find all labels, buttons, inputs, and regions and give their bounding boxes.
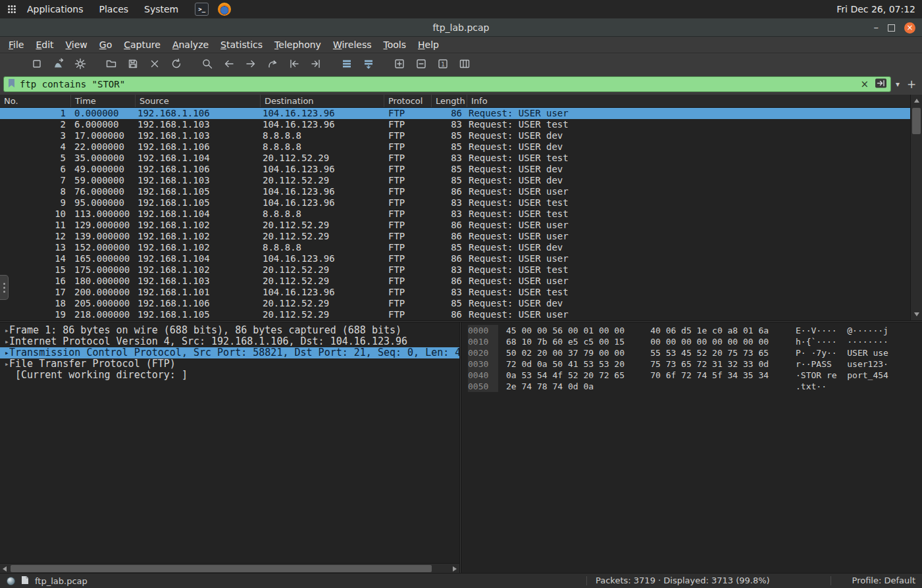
packet-row[interactable]: 11 129.000000 192.168.1.102 20.112.52.29… bbox=[0, 220, 910, 231]
zoom-in-button[interactable] bbox=[388, 55, 410, 72]
resize-columns-button[interactable] bbox=[453, 55, 475, 72]
expander-arrow-icon[interactable]: ▸ bbox=[0, 325, 9, 336]
packet-row[interactable]: 15 175.000000 192.168.1.102 20.112.52.29… bbox=[0, 264, 910, 276]
detail-row[interactable]: ▸ Frame 1: 86 bytes on wire (688 bits), … bbox=[0, 325, 459, 336]
system-menu[interactable]: System bbox=[138, 0, 184, 18]
expert-info-icon[interactable] bbox=[7, 577, 15, 585]
packet-row[interactable]: 8 76.000000 192.168.1.105 104.16.123.96 … bbox=[0, 186, 910, 197]
menu-statistics[interactable]: Statistics bbox=[215, 37, 269, 53]
expander-arrow-icon[interactable]: ▸ bbox=[0, 347, 9, 358]
applications-menu[interactable]: Applications bbox=[21, 0, 90, 18]
minimize-button[interactable]: – bbox=[874, 18, 879, 37]
go-back-button[interactable] bbox=[218, 55, 240, 72]
menu-analyze[interactable]: Analyze bbox=[166, 37, 215, 53]
maximize-button[interactable] bbox=[888, 24, 895, 32]
left-edge-handle[interactable] bbox=[0, 275, 9, 300]
menu-wireless[interactable]: Wireless bbox=[327, 37, 378, 53]
packet-row[interactable]: 1 0.000000 192.168.1.106 104.16.123.96 F… bbox=[0, 108, 910, 119]
packet-row[interactable]: 19 218.000000 192.168.1.105 20.112.52.29… bbox=[0, 309, 910, 320]
hex-row[interactable]: 0030 72 0d 0a 50 41 53 53 20 75 73 65 72… bbox=[461, 358, 922, 370]
packet-row[interactable]: 17 200.000000 192.168.1.101 104.16.123.9… bbox=[0, 287, 910, 298]
display-filter-input[interactable]: ftp contains "STOR" × bbox=[3, 76, 891, 92]
expander-arrow-icon[interactable]: ▸ bbox=[0, 358, 9, 370]
places-menu[interactable]: Places bbox=[93, 0, 135, 18]
status-profile[interactable]: Profile: Default bbox=[852, 574, 915, 588]
capture-start-button[interactable] bbox=[4, 55, 26, 72]
menu-capture[interactable]: Capture bbox=[118, 37, 166, 53]
packet-row[interactable]: 3 17.000000 192.168.1.103 8.8.8.8 FTP 85… bbox=[0, 130, 910, 141]
column-header-source[interactable]: Source bbox=[136, 95, 261, 107]
filter-add-button[interactable]: + bbox=[904, 78, 919, 91]
capture-stop-button[interactable] bbox=[26, 55, 47, 72]
close-button[interactable]: × bbox=[904, 22, 915, 34]
menu-telephony[interactable]: Telephony bbox=[269, 37, 327, 53]
packet-row[interactable]: 12 139.000000 192.168.1.102 20.112.52.29… bbox=[0, 231, 910, 242]
menu-file[interactable]: File bbox=[3, 37, 30, 53]
detail-row[interactable]: ▸ File Transfer Protocol (FTP) bbox=[0, 358, 459, 370]
scrollbar-thumb[interactable] bbox=[11, 565, 432, 572]
save-file-button[interactable] bbox=[122, 55, 143, 72]
menu-view[interactable]: View bbox=[60, 37, 93, 53]
filter-clear-icon[interactable]: × bbox=[858, 78, 871, 90]
hex-row[interactable]: 0000 45 00 00 56 00 01 00 00 40 06 d5 1e… bbox=[461, 325, 922, 336]
scroll-right-arrow[interactable] bbox=[450, 564, 459, 574]
go-forward-button[interactable] bbox=[240, 55, 261, 72]
menu-go[interactable]: Go bbox=[93, 37, 118, 53]
reload-button[interactable] bbox=[165, 55, 187, 72]
packet-row[interactable]: 16 180.000000 192.168.1.103 20.112.52.29… bbox=[0, 276, 910, 287]
packet-row[interactable]: 5 35.000000 192.168.1.104 20.112.52.29 F… bbox=[0, 153, 910, 164]
menu-help[interactable]: Help bbox=[412, 37, 445, 53]
packet-row[interactable]: 7 59.000000 192.168.1.103 20.112.52.29 F… bbox=[0, 175, 910, 186]
column-header-no[interactable]: No. bbox=[0, 95, 71, 107]
detail-row[interactable]: ▸ Transmission Control Protocol, Src Por… bbox=[0, 347, 459, 358]
packet-row[interactable]: 6 49.000000 192.168.1.106 104.16.123.96 … bbox=[0, 164, 910, 175]
expander-arrow-icon[interactable] bbox=[0, 370, 9, 381]
packet-row[interactable]: 10 113.000000 192.168.1.104 8.8.8.8 FTP … bbox=[0, 208, 910, 220]
auto-scroll-button[interactable] bbox=[357, 55, 379, 72]
packet-row[interactable]: 2 6.000000 192.168.1.103 104.16.123.96 F… bbox=[0, 119, 910, 130]
clock[interactable]: Fri Dec 26, 07:12 bbox=[836, 4, 915, 14]
applications-grid-icon[interactable] bbox=[7, 4, 17, 14]
column-header-protocol[interactable]: Protocol bbox=[384, 95, 432, 107]
scroll-down-arrow[interactable] bbox=[911, 310, 922, 319]
scroll-left-arrow[interactable] bbox=[0, 564, 9, 574]
detail-row[interactable]: ▸ Internet Protocol Version 4, Src: 192.… bbox=[0, 336, 459, 347]
packet-row[interactable]: 9 95.000000 192.168.1.105 104.16.123.96 … bbox=[0, 197, 910, 208]
column-header-time[interactable]: Time bbox=[71, 95, 136, 107]
column-header-destination[interactable]: Destination bbox=[261, 95, 384, 107]
open-file-button[interactable] bbox=[100, 55, 122, 72]
scroll-up-arrow[interactable] bbox=[911, 96, 922, 105]
go-first-button[interactable] bbox=[283, 55, 305, 72]
packet-row[interactable]: 18 205.000000 192.168.1.106 20.112.52.29… bbox=[0, 298, 910, 309]
hex-row[interactable]: 0050 2e 74 78 74 0d 0a .txt·· bbox=[461, 381, 922, 392]
packet-row[interactable]: 4 22.000000 192.168.1.106 8.8.8.8 FTP 85… bbox=[0, 141, 910, 153]
packet-row[interactable]: 14 165.000000 192.168.1.104 104.16.123.9… bbox=[0, 253, 910, 264]
scrollbar-thumb[interactable] bbox=[912, 108, 921, 134]
menu-edit[interactable]: Edit bbox=[30, 37, 59, 53]
terminal-launcher-icon[interactable]: >_ bbox=[195, 3, 209, 16]
firefox-launcher-icon[interactable] bbox=[218, 3, 231, 16]
expander-arrow-icon[interactable]: ▸ bbox=[0, 336, 9, 347]
capture-options-button[interactable] bbox=[69, 55, 91, 72]
filter-dropdown-button[interactable]: ▾ bbox=[891, 80, 904, 89]
zoom-out-button[interactable] bbox=[410, 55, 432, 72]
column-header-info[interactable]: Info bbox=[467, 95, 910, 107]
hex-row[interactable]: 0010 68 10 7b 60 e5 c5 00 15 00 00 00 00… bbox=[461, 336, 922, 347]
zoom-original-button[interactable]: 1 bbox=[432, 55, 453, 72]
capture-restart-button[interactable] bbox=[47, 55, 69, 72]
capture-file-icon[interactable] bbox=[21, 576, 29, 587]
find-packet-button[interactable] bbox=[196, 55, 218, 72]
packet-row[interactable]: 13 152.000000 192.168.1.102 8.8.8.8 FTP … bbox=[0, 242, 910, 253]
colorize-packets-button[interactable] bbox=[336, 55, 357, 72]
detail-row[interactable]: [Current working directory: ] bbox=[0, 370, 459, 381]
column-header-length[interactable]: Length bbox=[432, 95, 467, 107]
filter-bookmark-icon[interactable] bbox=[7, 78, 16, 91]
close-capture-button[interactable] bbox=[143, 55, 165, 72]
hex-row[interactable]: 0040 0a 53 54 4f 52 20 72 65 70 6f 72 74… bbox=[461, 370, 922, 381]
filter-apply-icon[interactable] bbox=[875, 78, 887, 91]
hex-row[interactable]: 0020 50 02 20 00 37 79 00 00 55 53 45 52… bbox=[461, 347, 922, 358]
window-titlebar[interactable]: ftp_lab.pcap – × bbox=[0, 18, 922, 37]
go-last-button[interactable] bbox=[305, 55, 326, 72]
go-to-packet-button[interactable] bbox=[261, 55, 283, 72]
menu-tools[interactable]: Tools bbox=[378, 37, 413, 53]
